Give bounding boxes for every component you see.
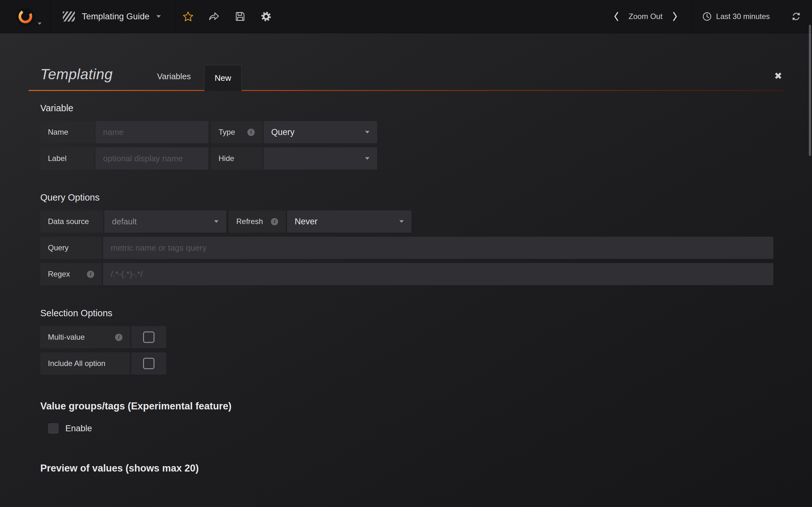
pan-right-button[interactable] [666, 11, 683, 22]
pan-left-button[interactable] [608, 11, 625, 22]
regex-field-label: Regex [40, 263, 102, 285]
datasource-select-value: default [112, 217, 137, 227]
logo-caret-icon [38, 22, 42, 25]
include-all-label: Include All option [40, 352, 130, 375]
chevron-right-icon [671, 11, 678, 22]
variable-section-heading: Variable [40, 103, 783, 113]
preview-heading: Preview of values (shows max 20) [40, 463, 783, 474]
include-all-row: Include All option [40, 352, 783, 375]
close-editor-button[interactable]: ✖ [774, 70, 782, 81]
label-input[interactable] [96, 147, 208, 170]
refresh-field-label: Refresh [229, 210, 286, 233]
type-field-label: Type [211, 121, 262, 143]
templating-editor: Templating Variables New ✖ Variable Name… [0, 33, 812, 507]
tab-variables[interactable]: Variables [148, 72, 200, 91]
scrollbar-thumb[interactable] [809, 25, 811, 156]
info-icon[interactable] [247, 129, 255, 136]
selection-options-heading: Selection Options [40, 308, 783, 319]
hide-select[interactable] [264, 147, 377, 170]
query-options-heading: Query Options [40, 192, 783, 203]
tab-accent-line [29, 90, 783, 91]
refresh-select[interactable]: Never [287, 210, 411, 233]
top-navbar: Templating Guide [0, 0, 812, 33]
star-dashboard-button[interactable] [175, 0, 201, 33]
save-dashboard-button[interactable] [227, 0, 253, 33]
star-icon [183, 11, 194, 22]
refresh-dashboard-button[interactable] [780, 0, 812, 33]
tab-new[interactable]: New [204, 65, 242, 91]
regex-input[interactable] [103, 263, 773, 285]
grafana-app: Templating Guide [0, 0, 812, 507]
share-icon [208, 11, 220, 22]
datasource-select[interactable]: default [104, 210, 226, 233]
type-select[interactable]: Query [264, 121, 377, 143]
dashboard-icon [63, 11, 75, 21]
refresh-select-value: Never [295, 217, 317, 227]
name-input[interactable] [96, 121, 208, 143]
regex-row: Regex [40, 263, 783, 285]
hide-field-label: Hide [211, 147, 262, 170]
query-field-label: Query [40, 237, 102, 259]
dashboard-settings-button[interactable] [253, 0, 279, 33]
refresh-icon [791, 11, 801, 21]
dashboard-picker[interactable]: Templating Guide [51, 0, 175, 33]
label-field-label: Label [40, 147, 94, 170]
datasource-field-label: Data source [40, 210, 103, 233]
clock-icon [702, 12, 712, 21]
checkbox-unchecked-icon [143, 331, 154, 343]
grafana-logo-icon [16, 7, 35, 26]
multi-value-checkbox[interactable] [131, 326, 166, 348]
chevron-down-icon [399, 220, 404, 223]
type-select-value: Query [271, 127, 295, 137]
zoom-out-button[interactable]: Zoom Out [627, 12, 664, 21]
gear-icon [260, 11, 272, 22]
name-field-label: Name [40, 121, 94, 143]
enable-tags-row: Enable [48, 424, 783, 434]
editor-header: Templating Variables New ✖ [29, 33, 783, 91]
dashboard-title: Templating Guide [82, 12, 149, 21]
editor-tabs: Variables New [148, 65, 241, 91]
multi-value-label: Multi-value [40, 326, 130, 348]
datasource-refresh-row: Data source default Refresh Never [40, 210, 783, 233]
share-dashboard-button[interactable] [201, 0, 227, 33]
variable-name-row: Name Type Query [40, 121, 783, 143]
variable-label-row: Label Hide [40, 147, 783, 170]
info-icon[interactable] [115, 334, 122, 341]
grafana-logo-button[interactable] [0, 0, 51, 33]
multi-value-row: Multi-value [40, 326, 783, 348]
navbar-right-controls: Zoom Out Last 30 minutes [599, 0, 812, 33]
chevron-down-icon [365, 157, 369, 160]
checkbox-unchecked-icon [143, 358, 154, 369]
value-groups-heading: Value groups/tags (Experimental feature) [40, 400, 783, 412]
chevron-down-icon [156, 15, 161, 18]
enable-label: Enable [65, 424, 92, 434]
include-all-checkbox[interactable] [131, 352, 166, 375]
enable-checkbox[interactable] [48, 424, 58, 434]
chevron-down-icon [214, 220, 218, 223]
save-icon [235, 11, 246, 22]
query-row: Query [40, 237, 783, 259]
chevron-down-icon [365, 131, 369, 133]
time-range-picker[interactable]: Last 30 minutes [692, 0, 780, 33]
time-pan-zoom-controls: Zoom Out [599, 0, 692, 33]
chevron-left-icon [613, 11, 620, 22]
time-range-label: Last 30 minutes [716, 12, 770, 21]
page-title: Templating [40, 66, 113, 83]
info-icon[interactable] [87, 271, 94, 278]
query-input[interactable] [103, 237, 773, 259]
info-icon[interactable] [271, 218, 278, 225]
